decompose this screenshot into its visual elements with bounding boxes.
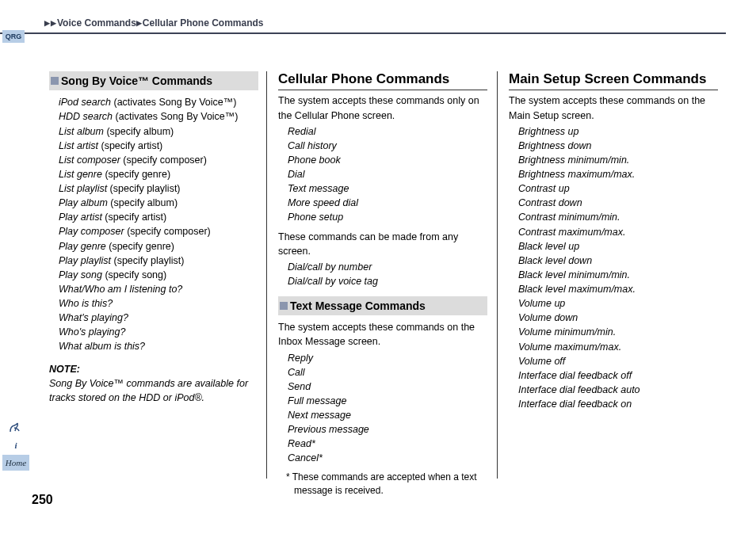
command-item: Next message xyxy=(288,408,487,422)
command-name: Play playlist xyxy=(59,255,111,266)
command-note: (specify genre) xyxy=(106,241,174,252)
command-item: Volume down xyxy=(518,311,718,325)
command-item: Reply xyxy=(288,351,487,365)
note-block: NOTE: Song By Voice™ commands are availa… xyxy=(49,362,258,405)
content-columns: Song By Voice™ Commands iPod search (act… xyxy=(43,71,726,479)
command-item: Volume off xyxy=(518,354,718,368)
command-item: Contrast down xyxy=(518,196,718,210)
command-note: (specify album) xyxy=(104,126,174,137)
section-text-message: Text Message Commands xyxy=(278,296,487,315)
side-icons: i Home xyxy=(2,420,29,472)
command-item: List composer (specify composer) xyxy=(59,153,258,167)
command-name: What's playing? xyxy=(59,312,128,323)
command-note: (activates Song By Voice™) xyxy=(113,111,238,122)
command-note: (specify album) xyxy=(108,197,178,208)
command-item: Play album (specify album) xyxy=(59,196,258,210)
info-icon[interactable]: i xyxy=(2,437,29,453)
command-note: (specify artist) xyxy=(102,212,166,223)
command-note: (specify playlist) xyxy=(107,183,180,194)
command-item: Play playlist (specify playlist) xyxy=(59,254,258,268)
command-name: List composer xyxy=(59,154,120,166)
section-song-by-voice: Song By Voice™ Commands xyxy=(49,71,258,90)
command-item: Black level maximum/max. xyxy=(518,282,718,296)
command-item: Volume minimum/min. xyxy=(518,325,718,339)
intro-text: The system accepts these commands only o… xyxy=(278,93,487,122)
command-item: Redial xyxy=(288,124,487,139)
intro-text: The system accepts these commands on the… xyxy=(509,93,718,122)
column-2: Cellular Phone Commands The system accep… xyxy=(266,71,498,479)
crumb-2[interactable]: Cellular Phone Commands xyxy=(143,17,264,29)
command-name: iPod search xyxy=(59,97,111,108)
command-name: Play album xyxy=(59,197,108,208)
command-note: (specify artist) xyxy=(98,140,162,151)
command-item: Contrast minimum/min. xyxy=(518,210,718,224)
command-name: Play genre xyxy=(59,241,106,252)
command-item: iPod search (activates Song By Voice™) xyxy=(59,95,258,109)
sub-intro: The system accepts these commands on the… xyxy=(278,320,487,349)
command-item: Call xyxy=(288,365,487,380)
heading-main-setup: Main Setup Screen Commands xyxy=(509,71,718,90)
command-item: Dial/call by number xyxy=(288,260,487,274)
command-item: Phone setup xyxy=(288,210,487,224)
column-3: Main Setup Screen Commands The system ac… xyxy=(498,71,726,479)
command-item: What album is this? xyxy=(59,339,258,353)
command-item: Dial xyxy=(288,167,487,181)
command-item: Previous message xyxy=(288,422,487,437)
qrg-tab[interactable]: QRG xyxy=(2,30,25,43)
command-item: Play song (specify song) xyxy=(59,268,258,282)
command-item: Full message xyxy=(288,394,487,408)
command-item: Volume maximum/max. xyxy=(518,340,718,354)
command-name: HDD search xyxy=(59,111,113,122)
command-item: Send xyxy=(288,380,487,394)
command-name: List playlist xyxy=(59,183,107,194)
command-name: What album is this? xyxy=(59,341,145,352)
command-name: What/Who am I listening to? xyxy=(59,284,182,295)
command-item: Black level down xyxy=(518,254,718,268)
command-item: List playlist (specify playlist) xyxy=(59,181,258,196)
command-list: ReplyCallSendFull messageNext messagePre… xyxy=(288,351,487,466)
command-item: Contrast maximum/max. xyxy=(518,225,718,239)
crumb-1[interactable]: Voice Commands xyxy=(57,17,136,29)
command-name: List album xyxy=(59,126,104,137)
home-icon[interactable]: Home xyxy=(2,455,29,471)
command-name: List artist xyxy=(59,140,98,151)
command-item: Interface dial feedback on xyxy=(518,397,718,411)
command-list: Brightness upBrightness downBrightness m… xyxy=(518,124,718,412)
command-item: List artist (specify artist) xyxy=(59,139,258,153)
command-note: (activates Song By Voice™) xyxy=(111,97,236,108)
command-item: List genre (specify genre) xyxy=(59,167,258,181)
column-1: Song By Voice™ Commands iPod search (act… xyxy=(43,71,266,479)
command-item: Play artist (specify artist) xyxy=(59,210,258,224)
command-item: Phone book xyxy=(288,153,487,167)
command-note: (specify genre) xyxy=(102,169,170,180)
triangle-icon: ▶ xyxy=(136,19,142,27)
footnote: * These commands are accepted when a tex… xyxy=(281,471,487,498)
command-name: Play composer xyxy=(59,226,124,237)
command-list: RedialCall historyPhone bookDialText mes… xyxy=(288,124,487,225)
command-item: What/Who am I listening to? xyxy=(59,282,258,296)
command-note: (specify composer) xyxy=(120,154,207,166)
command-item: Black level up xyxy=(518,239,718,254)
triangle-icon: ▶ xyxy=(51,19,56,27)
command-item: Brightness up xyxy=(518,124,718,139)
command-item: More speed dial xyxy=(288,196,487,210)
command-item: Cancel* xyxy=(288,451,487,465)
command-item: Interface dial feedback off xyxy=(518,368,718,383)
command-item: Dial/call by voice tag xyxy=(288,274,487,288)
voice-icon[interactable] xyxy=(2,420,29,436)
mid-text: These commands can be made from any scre… xyxy=(278,230,487,258)
section-title: Song By Voice™ Commands xyxy=(61,73,212,89)
note-text: Song By Voice™ commands are available fo… xyxy=(49,378,248,403)
command-item: What's playing? xyxy=(59,311,258,325)
command-item: Brightness minimum/min. xyxy=(518,153,718,167)
command-note: (specify composer) xyxy=(124,226,211,237)
command-name: Play song xyxy=(59,269,102,280)
command-note: (specify song) xyxy=(102,269,166,280)
command-list: iPod search (activates Song By Voice™)HD… xyxy=(49,95,258,353)
header-rule xyxy=(0,32,726,34)
heading-cellular: Cellular Phone Commands xyxy=(278,71,487,90)
command-item: Brightness down xyxy=(518,139,718,153)
command-note: (specify playlist) xyxy=(111,255,184,266)
command-list: Dial/call by numberDial/call by voice ta… xyxy=(288,260,487,288)
command-item: Play genre (specify genre) xyxy=(59,239,258,254)
